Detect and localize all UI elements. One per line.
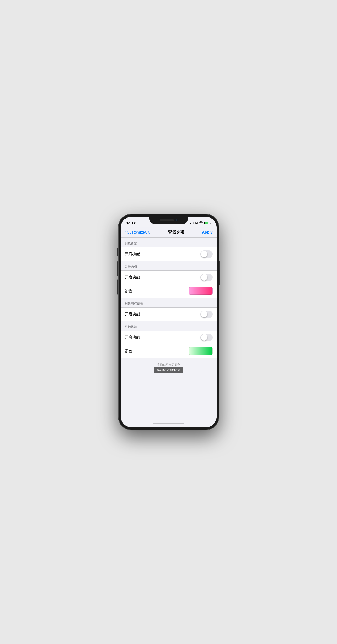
section-header-delete-icon: 删除图标覆盖 [121,298,216,308]
toggle-bg-options[interactable] [200,274,213,281]
notch [150,216,188,224]
wifi-icon: ⌘ [195,222,203,225]
signal-icon [189,222,194,224]
nav-bar: ‹ CustomizeCC 背景选项 Apply [121,227,216,238]
row-delete-bg-toggle: 开启功能 [121,248,216,261]
row-icon-overlay-color: 颜色 [121,344,216,358]
label-icon-overlay-color: 颜色 [124,348,132,354]
back-button[interactable]: ‹ CustomizeCC [124,230,151,234]
back-label: CustomizeCC [127,230,151,234]
label-delete-bg-toggle: 开启功能 [124,252,140,256]
battery-icon [204,222,211,224]
section-header-icon-overlay: 图标叠加 [121,321,216,330]
section-header-bg-options: 背景选项 [121,261,216,270]
power-button[interactable] [219,261,220,285]
toggle-knob [201,251,208,257]
phone-screen: 10:17 ⌘ [121,216,216,428]
row-delete-icon-toggle: 开启功能 [121,308,216,321]
toggle-knob [201,334,208,341]
label-bg-options-toggle: 开启功能 [124,275,140,280]
status-icons: ⌘ [189,222,211,225]
section-header-delete-bg: 删除背景 [121,238,216,247]
section-body-bg-options: 开启功能 颜色 [121,270,216,298]
label-delete-icon-toggle: 开启功能 [124,312,140,317]
toggle-knob [201,311,208,318]
section-body-icon-overlay: 开启功能 颜色 [121,330,216,358]
label-bg-color: 颜色 [124,288,132,294]
section-icon-overlay: 图标叠加 开启功能 颜色 [121,321,216,358]
watermark: 实物截图盗图必究 http://apt.cydiakk.com [121,358,216,377]
page-title: 背景选项 [168,230,184,235]
row-icon-overlay-toggle: 开启功能 [121,331,216,344]
status-time: 10:17 [126,221,136,225]
speaker [160,220,174,221]
home-bar [153,423,184,424]
volume-down-button[interactable] [117,279,118,295]
toggle-delete-bg[interactable] [200,250,213,258]
section-delete-icon: 删除图标覆盖 开启功能 [121,298,216,321]
section-bg-options: 背景选项 开启功能 颜色 [121,261,216,298]
section-body-delete-icon: 开启功能 [121,308,216,321]
chevron-left-icon: ‹ [124,230,126,234]
home-indicator [121,419,216,428]
watermark-line1: 实物截图盗图必究 [126,363,212,367]
section-delete-bg: 删除背景 开启功能 [121,238,216,261]
content-area: 删除背景 开启功能 背景选项 开启功能 [121,238,216,419]
phone-frame: 10:17 ⌘ [118,214,219,430]
label-icon-overlay-toggle: 开启功能 [124,335,140,340]
row-bg-color: 颜色 [121,284,216,298]
toggle-delete-icon[interactable] [200,310,213,318]
color-swatch-green[interactable] [189,347,213,355]
toggle-knob [201,274,208,280]
row-bg-options-toggle: 开启功能 [121,271,216,284]
watermark-url: http://apt.cydiakk.com [154,367,183,372]
mute-button[interactable] [117,248,118,256]
apply-button[interactable]: Apply [202,230,212,234]
volume-up-button[interactable] [117,261,118,276]
front-camera [175,219,178,222]
toggle-icon-overlay[interactable] [200,334,213,341]
section-body-delete-bg: 开启功能 [121,247,216,261]
color-swatch-pink[interactable] [189,287,213,295]
